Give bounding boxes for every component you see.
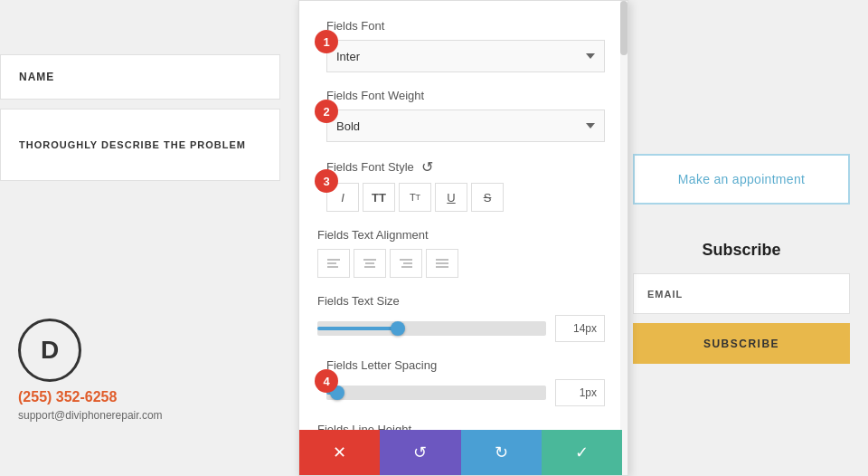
fields-font-weight-select[interactable]: Bold bbox=[326, 109, 605, 142]
panel-content: 1 Fields Font Inter 2 Fields Font Weight… bbox=[299, 1, 627, 476]
fields-font-select[interactable]: Inter bbox=[326, 40, 605, 72]
email-field[interactable]: EMAIL bbox=[633, 273, 850, 314]
subscribe-button[interactable]: SUBSCRIBE bbox=[633, 323, 850, 364]
fields-font-label: Fields Font bbox=[326, 19, 605, 33]
letter-spacing-slider[interactable] bbox=[326, 386, 546, 400]
subscribe-title: Subscribe bbox=[633, 241, 850, 260]
alignment-buttons bbox=[317, 249, 605, 278]
fields-font-section: 1 Fields Font Inter bbox=[317, 19, 605, 72]
appointment-button[interactable]: Make an appointment bbox=[633, 154, 850, 205]
fields-text-alignment-section: Fields Text Alignment bbox=[317, 228, 605, 278]
phone-number: (255) 352-6258 bbox=[18, 389, 163, 405]
fields-text-alignment-label: Fields Text Alignment bbox=[317, 228, 605, 242]
fields-text-size-section: Fields Text Size 14px bbox=[317, 294, 605, 342]
fields-letter-spacing-label: Fields Letter Spacing bbox=[326, 358, 605, 372]
font-style-reset-icon[interactable]: ↺ bbox=[421, 158, 433, 176]
logo-circle: D bbox=[18, 319, 81, 382]
settings-panel: 1 Fields Font Inter 2 Fields Font Weight… bbox=[298, 0, 628, 476]
name-field[interactable]: NAME bbox=[0, 54, 280, 100]
strikethrough-button[interactable]: S bbox=[471, 183, 504, 212]
bold-tt-button[interactable]: TT bbox=[363, 183, 395, 212]
fields-font-weight-section: 2 Fields Font Weight Bold bbox=[317, 89, 605, 142]
confirm-icon: ✓ bbox=[575, 443, 589, 462]
text-size-slider-row: 14px bbox=[317, 315, 605, 342]
action-bar: ✕ ↺ ↻ ✓ bbox=[299, 430, 622, 475]
step-2-badge: 2 bbox=[315, 100, 338, 123]
text-size-slider[interactable] bbox=[317, 321, 546, 336]
step-1-badge: 1 bbox=[315, 30, 338, 53]
form-area: NAME THOROUGHLY DESCRIBE THE PROBLEM bbox=[0, 54, 280, 181]
fields-font-style-label: Fields Font Style bbox=[326, 160, 414, 174]
align-justify-button[interactable] bbox=[426, 249, 458, 278]
align-right-button[interactable] bbox=[390, 249, 422, 278]
underline-button[interactable]: U bbox=[435, 183, 467, 212]
letter-spacing-value: 1px bbox=[555, 379, 605, 406]
panel-scrollbar[interactable] bbox=[620, 1, 627, 475]
fields-font-weight-label: Fields Font Weight bbox=[326, 89, 605, 102]
right-panel: Make an appointment Subscribe EMAIL SUBS… bbox=[615, 0, 868, 476]
letter-spacing-slider-row: 1px bbox=[326, 379, 605, 406]
logo-letter: D bbox=[41, 336, 59, 365]
redo-button[interactable]: ↻ bbox=[461, 430, 542, 475]
text-size-thumb[interactable] bbox=[391, 321, 405, 336]
step-4-badge: 4 bbox=[315, 369, 338, 393]
redo-action-icon: ↻ bbox=[495, 443, 508, 462]
font-style-label-row: Fields Font Style ↺ bbox=[326, 158, 605, 176]
align-left-button[interactable] bbox=[317, 249, 350, 278]
confirm-button[interactable]: ✓ bbox=[542, 430, 622, 475]
step-3-badge: 3 bbox=[315, 169, 338, 193]
fields-font-style-section: 3 Fields Font Style ↺ I TT TT U S bbox=[317, 158, 605, 212]
page-background: NAME THOROUGHLY DESCRIBE THE PROBLEM D (… bbox=[0, 0, 868, 476]
describe-label: THOROUGHLY DESCRIBE THE PROBLEM bbox=[19, 139, 246, 150]
cancel-button[interactable]: ✕ bbox=[299, 430, 380, 475]
fields-letter-spacing-section: 4 Fields Letter Spacing 1px bbox=[317, 358, 605, 406]
cancel-icon: ✕ bbox=[333, 443, 346, 462]
reset-action-icon: ↺ bbox=[413, 443, 427, 462]
smallcaps-button[interactable]: TT bbox=[399, 183, 431, 212]
name-label: NAME bbox=[19, 71, 54, 83]
fields-text-size-label: Fields Text Size bbox=[317, 294, 605, 308]
font-style-buttons: I TT TT U S bbox=[326, 183, 605, 212]
align-center-button[interactable] bbox=[354, 249, 386, 278]
describe-field[interactable]: THOROUGHLY DESCRIBE THE PROBLEM bbox=[0, 109, 280, 181]
text-size-value: 14px bbox=[555, 315, 605, 342]
support-email: support@diviphonerepair.com bbox=[18, 409, 163, 422]
email-placeholder: EMAIL bbox=[647, 289, 683, 300]
scrollbar-thumb bbox=[620, 1, 627, 55]
subscribe-section: Subscribe EMAIL SUBSCRIBE bbox=[633, 241, 850, 364]
logo-area: D (255) 352-6258 support@diviphonerepair… bbox=[18, 319, 163, 422]
reset-button[interactable]: ↺ bbox=[380, 430, 460, 475]
